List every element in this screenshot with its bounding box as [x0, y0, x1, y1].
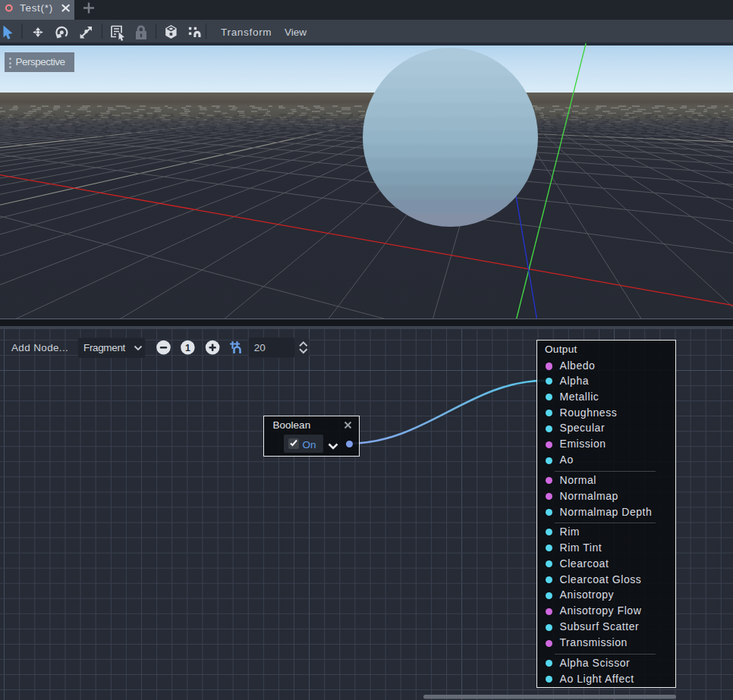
svg-text:1: 1 — [185, 343, 190, 353]
svg-text:20: 20 — [254, 342, 266, 353]
svg-text:Add Node...: Add Node... — [11, 342, 68, 353]
svg-text:Fragment: Fragment — [83, 342, 126, 353]
